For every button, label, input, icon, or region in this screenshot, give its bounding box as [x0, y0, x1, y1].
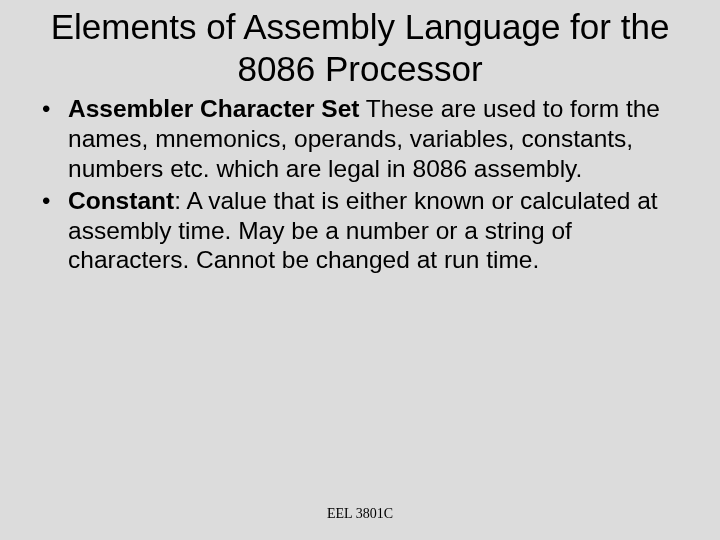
bullet-separator: :: [174, 187, 186, 214]
list-item: Constant: A value that is either known o…: [40, 186, 680, 276]
slide-title: Elements of Assembly Language for the 80…: [0, 0, 720, 94]
slide-footer: EEL 3801C: [0, 506, 720, 522]
bullet-list: Assembler Character Set These are used t…: [40, 94, 680, 275]
bullet-term: Constant: [68, 187, 174, 214]
bullet-term: Assembler Character Set: [68, 95, 359, 122]
list-item: Assembler Character Set These are used t…: [40, 94, 680, 184]
slide-content: Assembler Character Set These are used t…: [0, 94, 720, 275]
